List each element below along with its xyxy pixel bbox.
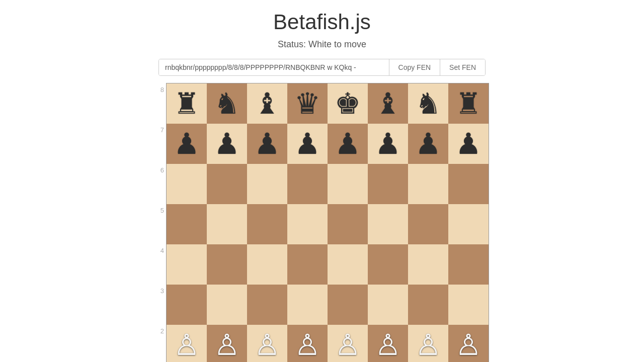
cell-5-b[interactable] (207, 204, 247, 244)
cell-3-b[interactable] (207, 285, 247, 325)
white-piece: ♙ (254, 330, 280, 359)
white-piece: ♙ (375, 330, 401, 359)
cell-2-e[interactable]: ♙ (328, 325, 368, 362)
cell-5-d[interactable] (287, 204, 328, 244)
cell-2-g[interactable]: ♙ (408, 325, 448, 362)
cell-4-g[interactable] (408, 244, 448, 285)
page-container: Betafish.js Status: White to move Copy F… (0, 0, 644, 362)
cell-3-g[interactable] (408, 285, 448, 325)
cell-6-e[interactable] (328, 164, 368, 204)
black-piece: ♟ (294, 129, 320, 158)
white-piece: ♙ (335, 330, 361, 359)
cell-6-d[interactable] (287, 164, 328, 204)
black-piece: ♟ (214, 129, 240, 158)
cell-6-f[interactable] (368, 164, 408, 204)
cell-8-c[interactable]: ♝ (247, 83, 287, 124)
rank-label-6: 6 (155, 164, 164, 205)
chess-board[interactable]: ♜♞♝♛♚♝♞♜♟♟♟♟♟♟♟♟♙♙♙♙♙♙♙♙♖♘♗♕♔♗♘♖ (166, 83, 489, 362)
rank-label-2: 2 (155, 325, 164, 362)
black-piece: ♟ (254, 129, 280, 158)
cell-2-c[interactable]: ♙ (247, 325, 287, 362)
cell-2-a[interactable]: ♙ (167, 325, 207, 362)
fen-input[interactable] (159, 59, 389, 75)
white-piece: ♙ (455, 330, 481, 359)
black-piece: ♚ (335, 89, 361, 118)
black-piece: ♞ (214, 89, 240, 118)
cell-4-c[interactable] (247, 244, 287, 285)
black-piece: ♟ (415, 129, 441, 158)
cell-2-d[interactable]: ♙ (287, 325, 328, 362)
black-piece: ♝ (254, 89, 280, 118)
cell-7-c[interactable]: ♟ (247, 124, 287, 164)
rank-label-4: 4 (155, 245, 164, 285)
cell-7-b[interactable]: ♟ (207, 124, 247, 164)
cell-6-b[interactable] (207, 164, 247, 204)
black-piece: ♞ (415, 89, 441, 118)
board-wrapper: 87654321 ♜♞♝♛♚♝♞♜♟♟♟♟♟♟♟♟♙♙♙♙♙♙♙♙♖♘♗♕♔♗♘… (155, 83, 489, 362)
black-piece: ♛ (294, 89, 320, 118)
black-piece: ♟ (335, 129, 361, 158)
cell-3-h[interactable] (448, 285, 489, 325)
cell-4-b[interactable] (207, 244, 247, 285)
rank-label-3: 3 (155, 285, 164, 325)
cell-7-f[interactable]: ♟ (368, 124, 408, 164)
cell-3-c[interactable] (247, 285, 287, 325)
cell-5-e[interactable] (328, 204, 368, 244)
cell-7-e[interactable]: ♟ (328, 124, 368, 164)
fen-row: Copy FEN Set FEN (158, 59, 486, 76)
cell-7-h[interactable]: ♟ (448, 124, 489, 164)
cell-5-a[interactable] (167, 204, 207, 244)
cell-7-d[interactable]: ♟ (287, 124, 328, 164)
cell-6-g[interactable] (408, 164, 448, 204)
cell-2-h[interactable]: ♙ (448, 325, 489, 362)
cell-8-f[interactable]: ♝ (368, 83, 408, 124)
cell-8-a[interactable]: ♜ (167, 83, 207, 124)
cell-5-c[interactable] (247, 204, 287, 244)
rank-label-5: 5 (155, 205, 164, 245)
rank-label-8: 8 (155, 84, 164, 124)
cell-4-h[interactable] (448, 244, 489, 285)
cell-6-a[interactable] (167, 164, 207, 204)
status-value: White to move (308, 39, 366, 49)
cell-5-f[interactable] (368, 204, 408, 244)
cell-6-h[interactable] (448, 164, 489, 204)
white-piece: ♙ (174, 330, 200, 359)
cell-5-h[interactable] (448, 204, 489, 244)
cell-2-b[interactable]: ♙ (207, 325, 247, 362)
cell-5-g[interactable] (408, 204, 448, 244)
rank-labels: 87654321 (155, 83, 166, 362)
status-label: Status: (278, 39, 306, 49)
cell-4-f[interactable] (368, 244, 408, 285)
copy-fen-button[interactable]: Copy FEN (389, 59, 440, 75)
cell-3-f[interactable] (368, 285, 408, 325)
black-piece: ♜ (455, 89, 481, 118)
set-fen-button[interactable]: Set FEN (440, 59, 485, 75)
white-piece: ♙ (214, 330, 240, 359)
cell-4-a[interactable] (167, 244, 207, 285)
cell-6-c[interactable] (247, 164, 287, 204)
black-piece: ♟ (375, 129, 401, 158)
cell-7-a[interactable]: ♟ (167, 124, 207, 164)
cell-8-d[interactable]: ♛ (287, 83, 328, 124)
cell-8-h[interactable]: ♜ (448, 83, 489, 124)
cell-4-e[interactable] (328, 244, 368, 285)
white-piece: ♙ (415, 330, 441, 359)
black-piece: ♝ (375, 89, 401, 118)
app-title: Betafish.js (273, 10, 371, 34)
cell-7-g[interactable]: ♟ (408, 124, 448, 164)
status-line: Status: White to move (278, 39, 366, 50)
cell-4-d[interactable] (287, 244, 328, 285)
rank-label-7: 7 (155, 124, 164, 164)
cell-3-e[interactable] (328, 285, 368, 325)
cell-2-f[interactable]: ♙ (368, 325, 408, 362)
black-piece: ♜ (174, 89, 200, 118)
cell-8-g[interactable]: ♞ (408, 83, 448, 124)
cell-8-b[interactable]: ♞ (207, 83, 247, 124)
cell-3-d[interactable] (287, 285, 328, 325)
black-piece: ♟ (174, 129, 200, 158)
cell-3-a[interactable] (167, 285, 207, 325)
black-piece: ♟ (455, 129, 481, 158)
cell-8-e[interactable]: ♚ (328, 83, 368, 124)
white-piece: ♙ (294, 330, 320, 359)
